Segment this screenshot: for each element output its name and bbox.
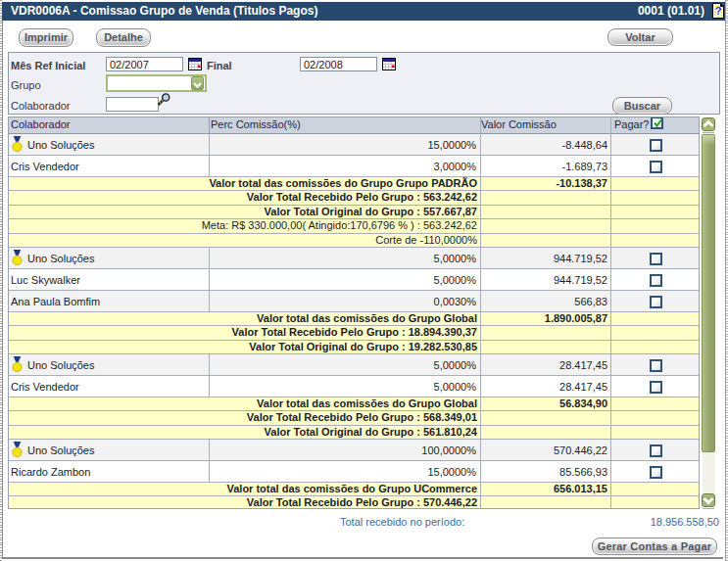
svg-text:?: ? (715, 5, 722, 17)
